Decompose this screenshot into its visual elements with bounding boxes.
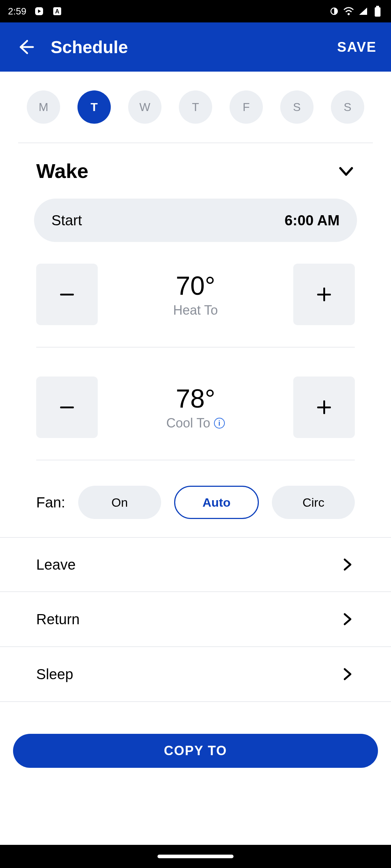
day-selector: M T W T F S S (0, 72, 391, 142)
fan-option-on[interactable]: On (78, 486, 161, 519)
theme-icon (329, 6, 340, 17)
day-saturday[interactable]: S (280, 90, 314, 124)
divider (36, 347, 355, 348)
signal-icon (358, 6, 369, 17)
minus-icon (57, 285, 77, 304)
chevron-down-icon (337, 162, 355, 180)
fan-label: Fan: (36, 494, 65, 511)
fan-option-circ[interactable]: Circ (272, 486, 355, 519)
app-header: Schedule SAVE (0, 22, 391, 72)
day-monday[interactable]: M (27, 90, 60, 124)
start-label: Start (51, 212, 82, 229)
svg-rect-9 (323, 288, 325, 301)
status-right (329, 6, 383, 17)
wake-section-header[interactable]: Wake (0, 143, 391, 194)
info-icon[interactable]: i (214, 418, 225, 429)
svg-text:A: A (55, 8, 59, 14)
cool-plus-button[interactable] (293, 376, 355, 438)
content-area: M T W T F S S Wake Start 6:00 AM (0, 72, 391, 868)
svg-rect-5 (376, 6, 379, 7)
svg-rect-10 (60, 407, 74, 408)
cool-temp-display: 78° Cool To i (98, 384, 293, 431)
heat-plus-button[interactable] (293, 264, 355, 325)
back-button[interactable] (14, 36, 36, 58)
minus-icon (57, 397, 77, 417)
save-button[interactable]: SAVE (337, 39, 377, 55)
period-leave[interactable]: Leave (0, 537, 391, 592)
cool-label-text: Cool To (166, 416, 210, 431)
day-wednesday[interactable]: W (128, 90, 161, 124)
heat-minus-button[interactable] (36, 264, 98, 325)
day-tuesday[interactable]: T (77, 90, 111, 124)
start-time-value: 6:00 AM (285, 212, 340, 229)
wake-title: Wake (36, 159, 88, 183)
start-time-row[interactable]: Start 6:00 AM (34, 199, 357, 242)
cool-temp-value: 78° (176, 384, 215, 413)
heat-temp-display: 70° Heat To (98, 271, 293, 318)
status-left: 2:59 A (8, 6, 63, 17)
period-label: Leave (36, 557, 76, 573)
wifi-icon (343, 6, 354, 17)
svg-rect-12 (323, 400, 325, 414)
plus-icon (314, 397, 334, 417)
battery-icon (372, 6, 383, 17)
svg-rect-6 (375, 7, 381, 17)
period-label: Return (36, 611, 80, 627)
system-nav-bar (0, 845, 391, 868)
fan-row: Fan: On Auto Circ (0, 468, 391, 537)
heat-temp-label: Heat To (173, 303, 218, 318)
day-thursday[interactable]: T (179, 90, 212, 124)
chevron-right-icon (340, 612, 355, 626)
cool-to-block: 78° Cool To i (0, 355, 391, 452)
heat-temp-value: 70° (176, 271, 215, 301)
day-sunday[interactable]: S (331, 90, 364, 124)
status-bar: 2:59 A (0, 0, 391, 22)
period-return[interactable]: Return (0, 592, 391, 647)
square-a-icon: A (52, 6, 63, 17)
period-sleep[interactable]: Sleep (0, 647, 391, 702)
round-play-icon (34, 6, 45, 17)
heat-to-block: 70° Heat To (0, 242, 391, 340)
copy-to-button[interactable]: COPY TO (13, 734, 378, 768)
divider (36, 460, 355, 460)
chevron-right-icon (340, 667, 355, 681)
plus-icon (314, 285, 334, 304)
page-title: Schedule (51, 37, 337, 57)
fan-option-auto[interactable]: Auto (174, 486, 259, 519)
cool-temp-label: Cool To i (166, 416, 224, 431)
cool-minus-button[interactable] (36, 376, 98, 438)
arrow-left-icon (16, 38, 34, 56)
period-label: Sleep (36, 666, 73, 682)
nav-handle[interactable] (157, 855, 234, 858)
status-time: 2:59 (8, 6, 26, 17)
chevron-right-icon (340, 557, 355, 572)
svg-point-4 (348, 13, 350, 15)
day-friday[interactable]: F (230, 90, 263, 124)
svg-rect-7 (60, 294, 74, 295)
